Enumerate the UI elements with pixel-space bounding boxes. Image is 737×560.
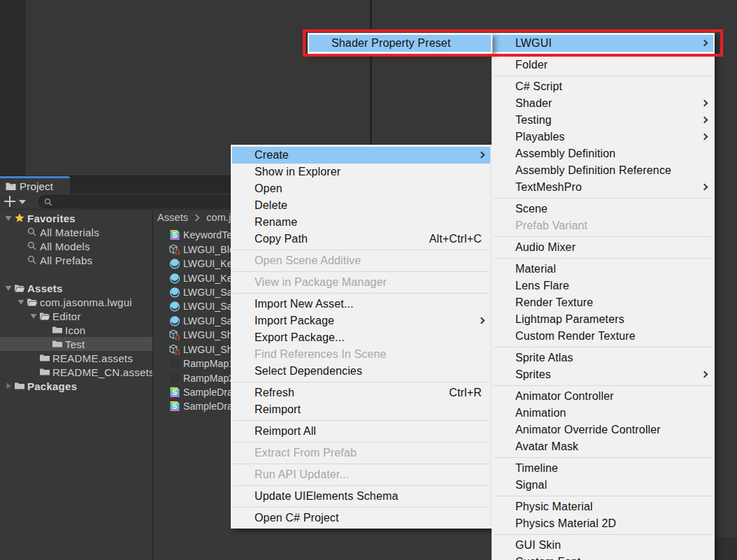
menu-item-animator-controller[interactable]: Animator Controller [493, 388, 713, 405]
folder-icon-slot [52, 324, 63, 336]
menu-item-shader[interactable]: Shader [493, 95, 713, 112]
menu-item-avatar-mask[interactable]: Avatar Mask [493, 438, 713, 455]
submenu-arrow-icon [701, 184, 708, 191]
menu-item-sprite-atlas[interactable]: Sprite Atlas [493, 350, 713, 366]
tree-item-all-models[interactable]: All Models [0, 239, 152, 253]
file-item-label: RampMap2 [183, 373, 234, 384]
menu-item-playables[interactable]: Playables [493, 129, 713, 145]
menu-item-testing[interactable]: Testing [493, 112, 713, 129]
menu-item-select-dependencies[interactable]: Select Dependencies [232, 363, 490, 380]
menu-separator [233, 420, 489, 421]
search-icon [27, 227, 38, 238]
breadcrumb-root[interactable]: Assets [157, 212, 188, 223]
menu-item-physics-material-2d[interactable]: Physics Material 2D [493, 515, 713, 532]
tree-item-label: Icon [65, 324, 85, 336]
menu-item-label: Create [255, 149, 289, 161]
menu-item-reimport[interactable]: Reimport [232, 401, 490, 418]
expander-slot[interactable] [3, 282, 14, 294]
menu-item-material[interactable]: Material [493, 261, 713, 278]
folder-icon [14, 380, 25, 392]
svg-text:{}: {} [175, 333, 180, 340]
tree-item-label: com.jasonma.lwgui [40, 296, 132, 308]
menu-item-animation[interactable]: Animation [493, 405, 713, 422]
menu-item-update-uielements-schema[interactable]: Update UIElements Schema [232, 488, 490, 505]
context-menu: CreateShow in ExplorerOpenDeleteRenameCo… [231, 145, 492, 529]
menu-item-timeline[interactable]: Timeline [493, 460, 713, 477]
tree-item-packages[interactable]: Packages [0, 379, 152, 393]
tree-item-readme-cn-assets[interactable]: README_CN.assets [0, 365, 152, 379]
menu-item-label: Run API Updater... [255, 468, 349, 481]
menu-item-open-c-project[interactable]: Open C# Project [232, 510, 490, 526]
triangle-collapsed-icon[interactable] [5, 382, 12, 389]
add-asset-dropdown-caret[interactable] [19, 200, 26, 204]
expander-slot [28, 352, 39, 364]
expander-slot[interactable] [15, 296, 27, 308]
breadcrumb-chevron-icon [194, 214, 200, 222]
menu-item-textmeshpro[interactable]: TextMeshPro [493, 179, 713, 196]
menu-item-lens-flare[interactable]: Lens Flare [493, 278, 713, 294]
tree-item-all-materials[interactable]: All Materials [0, 225, 152, 239]
expander-slot[interactable] [28, 310, 39, 322]
svg-text:S: S [172, 403, 177, 411]
search-icon-slot [27, 240, 38, 252]
expander-slot[interactable] [3, 380, 14, 392]
triangle-expanded-icon[interactable] [17, 299, 24, 306]
star-icon [14, 213, 25, 224]
triangle-expanded-icon[interactable] [30, 313, 37, 320]
menu-item-animator-override-controller[interactable]: Animator Override Controller [493, 422, 713, 438]
menu-item-custom-render-texture[interactable]: Custom Render Texture [493, 328, 713, 345]
folder-icon [52, 324, 63, 336]
menu-item-physic-material[interactable]: Physic Material [493, 498, 713, 515]
menu-item-delete[interactable]: Delete [232, 197, 490, 214]
menu-item-import-package[interactable]: Import Package [232, 313, 490, 329]
menu-item-custom-font[interactable]: Custom Font [493, 554, 713, 560]
menu-separator [233, 442, 489, 443]
menu-separator [233, 293, 489, 294]
triangle-expanded-icon[interactable] [5, 285, 12, 292]
menu-item-render-texture[interactable]: Render Texture [493, 294, 713, 311]
menu-item-label: Folder [515, 59, 548, 71]
menu-item-signal[interactable]: Signal [493, 477, 713, 494]
menu-item-reimport-all[interactable]: Reimport All [232, 423, 490, 440]
menu-item-copy-path[interactable]: Copy PathAlt+Ctrl+C [232, 231, 490, 247]
folder-icon-slot [14, 380, 25, 392]
texture-dark-icon-slot [169, 358, 180, 369]
folder-open-icon-slot [39, 310, 50, 322]
menu-item-scene[interactable]: Scene [493, 201, 713, 217]
menu-item-folder[interactable]: Folder [493, 57, 713, 73]
tree-item-favorites[interactable]: Favorites [0, 211, 152, 225]
menu-item-assembly-definition[interactable]: Assembly Definition [493, 145, 713, 162]
expander-slot[interactable] [3, 213, 14, 224]
menu-item-assembly-definition-reference[interactable]: Assembly Definition Reference [493, 162, 713, 179]
menu-item-rename[interactable]: Rename [232, 214, 490, 231]
tree-item-readme-assets[interactable]: README.assets [0, 351, 152, 365]
folder-open-icon-slot [14, 282, 25, 294]
menu-item-sprites[interactable]: Sprites [493, 366, 713, 383]
menu-item-open[interactable]: Open [232, 180, 490, 197]
project-tree-pane: FavoritesAll MaterialsAll ModelsAll Pref… [0, 210, 152, 560]
folder-open-icon [39, 310, 50, 322]
tree-item-all-prefabs[interactable]: All Prefabs [0, 253, 152, 267]
tree-item-icon[interactable]: Icon [0, 323, 152, 337]
tree-item-com-jasonma-lwgui[interactable]: com.jasonma.lwgui [0, 295, 152, 309]
menu-item-c-script[interactable]: C# Script [493, 78, 713, 95]
menu-item-label: Delete [255, 199, 287, 212]
folder-icon-slot [39, 352, 50, 364]
tree-item-test[interactable]: Test [0, 337, 152, 351]
menu-item-label: Open C# Project [255, 512, 339, 524]
triangle-expanded-icon[interactable] [5, 215, 12, 222]
menu-item-export-package-[interactable]: Export Package... [232, 329, 490, 346]
menu-item-show-in-explorer[interactable]: Show in Explorer [232, 164, 490, 180]
menu-item-label: Lens Flare [515, 280, 569, 292]
menu-item-create[interactable]: Create [232, 147, 490, 164]
add-asset-button[interactable] [4, 196, 16, 208]
menu-item-gui-skin[interactable]: GUI Skin [493, 537, 713, 554]
tree-item-editor[interactable]: Editor [0, 309, 152, 323]
menu-item-audio-mixer[interactable]: Audio Mixer [493, 239, 713, 256]
folder-icon [39, 366, 50, 378]
menu-item-refresh[interactable]: RefreshCtrl+R [232, 385, 490, 401]
tab-project[interactable]: Project [0, 176, 70, 194]
menu-item-import-new-asset-[interactable]: Import New Asset... [232, 296, 490, 313]
tree-item-assets[interactable]: Assets [0, 281, 152, 295]
menu-item-lightmap-parameters[interactable]: Lightmap Parameters [493, 311, 713, 328]
